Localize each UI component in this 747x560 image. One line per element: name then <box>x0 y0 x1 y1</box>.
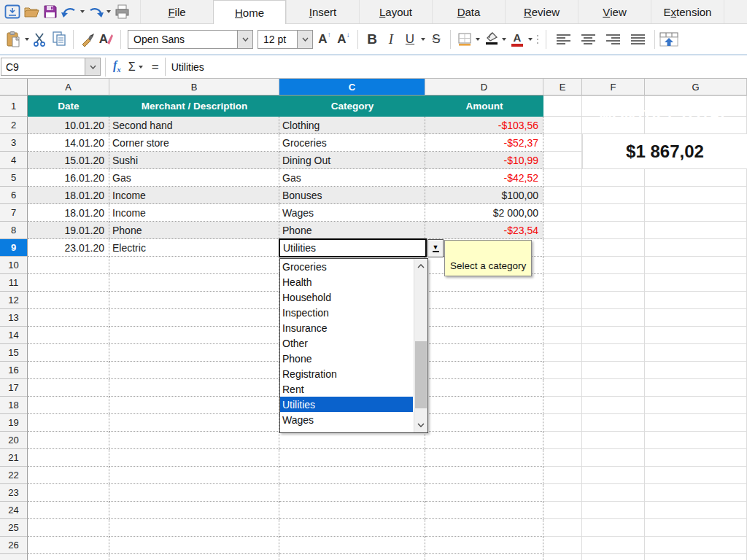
cell[interactable] <box>109 484 279 502</box>
cell-merchant[interactable]: Income <box>109 187 279 204</box>
cell[interactable] <box>582 379 645 397</box>
cell-amount[interactable]: -$10,99 <box>425 152 543 169</box>
cell[interactable] <box>582 467 645 484</box>
menubar-toggle-icon[interactable] <box>3 1 22 22</box>
cell[interactable] <box>645 379 747 397</box>
cell-date[interactable]: 16.01.20 <box>28 169 109 187</box>
redo-icon[interactable] <box>86 1 105 22</box>
cell-amount[interactable]: -$103,56 <box>425 117 543 134</box>
cell[interactable] <box>582 344 645 362</box>
column-header-d[interactable]: D <box>425 79 543 96</box>
cell[interactable] <box>109 467 279 484</box>
cell[interactable] <box>28 449 109 467</box>
cell-merchant[interactable]: Phone <box>109 222 279 239</box>
align-center-icon[interactable] <box>578 28 597 50</box>
cell[interactable] <box>28 432 109 449</box>
cell[interactable] <box>425 467 543 484</box>
borders-icon[interactable] <box>455 28 474 50</box>
cell-amount[interactable]: $2 000,00 <box>425 204 543 222</box>
cell[interactable] <box>279 449 425 467</box>
cell[interactable] <box>543 222 582 239</box>
cell[interactable] <box>425 327 543 344</box>
scrollbar-thumb[interactable] <box>415 341 427 408</box>
row-header-7[interactable]: 7 <box>0 204 28 222</box>
cell[interactable] <box>28 257 109 274</box>
cell-category[interactable]: Groceries <box>279 134 425 152</box>
table-header-category[interactable]: Category <box>279 96 425 117</box>
cell[interactable] <box>582 222 645 239</box>
cell-merchant[interactable]: Electric <box>109 239 279 257</box>
table-header-merchant-description[interactable]: Merchant / Description <box>109 96 279 117</box>
row-header-9[interactable]: 9 <box>0 239 28 257</box>
cell[interactable] <box>543 519 582 537</box>
dropdown-scrollbar[interactable] <box>414 259 427 432</box>
dropdown-item-insurance[interactable]: Insurance <box>280 320 413 335</box>
bold-icon[interactable]: B <box>363 28 382 50</box>
cell[interactable] <box>582 362 645 379</box>
cell[interactable] <box>28 502 109 519</box>
cell[interactable] <box>28 309 109 327</box>
cell[interactable] <box>425 449 543 467</box>
row-header-18[interactable]: 18 <box>0 397 28 414</box>
cell[interactable] <box>582 257 645 274</box>
font-name-value[interactable]: Open Sans <box>128 31 237 48</box>
row-header-11[interactable]: 11 <box>0 274 28 292</box>
name-box-dropdown-icon[interactable] <box>85 58 100 75</box>
cell[interactable] <box>109 519 279 537</box>
cell[interactable] <box>543 134 582 152</box>
menu-tab-data[interactable]: Data <box>432 0 505 23</box>
cell-merchant[interactable]: Gas <box>109 169 279 187</box>
row-header-22[interactable]: 22 <box>0 467 28 484</box>
table-header-date[interactable]: Date <box>28 96 109 117</box>
cell[interactable] <box>28 467 109 484</box>
cell[interactable] <box>582 169 645 187</box>
cell[interactable] <box>543 484 582 502</box>
decrease-font-size-icon[interactable]: A↓ <box>334 28 353 50</box>
cell[interactable] <box>425 554 543 560</box>
font-size-dropdown-icon[interactable] <box>297 31 312 48</box>
row-header-17[interactable]: 17 <box>0 379 28 397</box>
cell[interactable] <box>109 309 279 327</box>
cell[interactable] <box>543 292 582 309</box>
column-header-g[interactable]: G <box>645 79 747 96</box>
cell-amount[interactable]: -$42,52 <box>425 169 543 187</box>
row-header-24[interactable]: 24 <box>0 502 28 519</box>
name-box[interactable]: C9 <box>1 58 101 76</box>
selected-cell-c9[interactable]: Utilities <box>279 238 427 257</box>
cell-amount[interactable]: $100,00 <box>425 187 543 204</box>
row-header-2[interactable]: 2 <box>0 117 28 134</box>
row-header-5[interactable]: 5 <box>0 169 28 187</box>
cell[interactable] <box>109 502 279 519</box>
select-all-corner[interactable] <box>0 79 28 96</box>
cell-category[interactable]: Wages <box>279 204 425 222</box>
cell-category[interactable]: Dining Out <box>279 152 425 169</box>
cell-merchant[interactable]: Second hand <box>109 117 279 134</box>
cell[interactable] <box>543 239 582 257</box>
background-color-icon[interactable] <box>481 28 500 50</box>
row-header-10[interactable]: 10 <box>0 257 28 274</box>
menu-tab-insert[interactable]: Insert <box>286 0 359 23</box>
scroll-down-icon[interactable] <box>414 418 427 432</box>
cell[interactable] <box>543 537 582 554</box>
cell[interactable] <box>582 484 645 502</box>
cell[interactable] <box>645 449 747 467</box>
cell[interactable] <box>28 397 109 414</box>
cell[interactable] <box>582 432 645 449</box>
cell[interactable] <box>543 379 582 397</box>
cell[interactable] <box>582 239 645 257</box>
equals-icon[interactable]: = <box>152 60 159 74</box>
cell[interactable] <box>28 344 109 362</box>
menu-tab-layout[interactable]: Layout <box>359 0 432 23</box>
dropdown-item-wages[interactable]: Wages <box>280 412 413 427</box>
row-header-27[interactable] <box>0 554 28 560</box>
row-header-25[interactable]: 25 <box>0 519 28 537</box>
cell[interactable] <box>109 414 279 432</box>
cell[interactable] <box>645 362 747 379</box>
cell[interactable] <box>425 397 543 414</box>
cell-merchant[interactable]: Corner store <box>109 134 279 152</box>
cell[interactable] <box>582 414 645 432</box>
cell-merchant[interactable]: Sushi <box>109 152 279 169</box>
cell[interactable] <box>109 449 279 467</box>
cell[interactable] <box>425 537 543 554</box>
cell[interactable] <box>109 554 279 560</box>
